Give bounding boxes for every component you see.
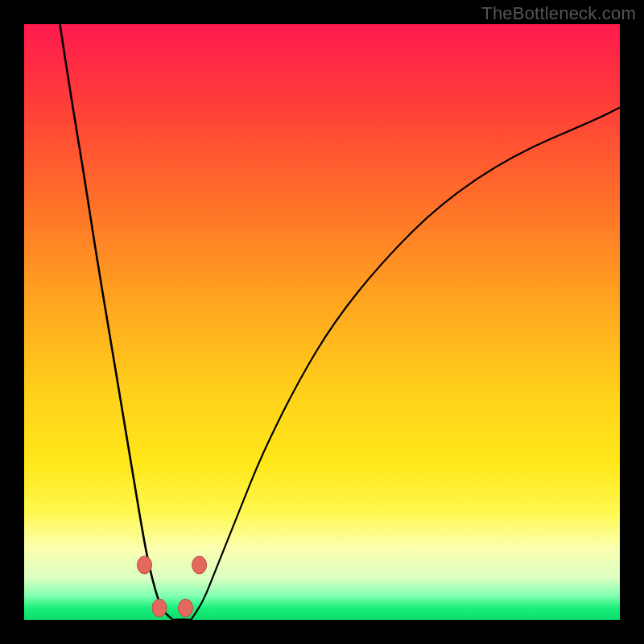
marker-dot xyxy=(152,599,167,617)
watermark-text: TheBottleneck.com xyxy=(481,3,636,24)
curve-right-branch xyxy=(191,108,620,620)
plot-area xyxy=(24,24,620,620)
curve-left-branch xyxy=(60,24,173,620)
marker-dot xyxy=(138,556,152,574)
chart-frame: TheBottleneck.com xyxy=(0,0,644,644)
marker-dot xyxy=(179,599,193,617)
curve-markers xyxy=(138,556,207,617)
curve-base xyxy=(173,620,191,621)
bottleneck-curve xyxy=(24,24,620,620)
marker-dot xyxy=(192,556,207,574)
